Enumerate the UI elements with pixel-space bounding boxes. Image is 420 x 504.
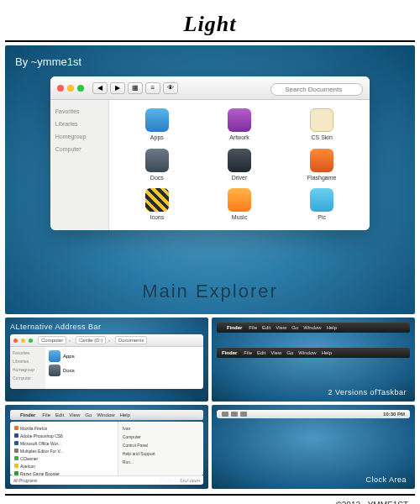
program-item[interactable]: Razer Game Booster [13,470,115,475]
startmenu-programs: Mozilla Firefox Adobe Photoshop CS6 Micr… [10,422,118,475]
mini-titlebar: Computer › Cecile (D:) › Documents [10,334,203,347]
folder-icons[interactable]: Icons [118,188,197,222]
menu-item[interactable]: Window [303,325,321,330]
pic-icon [310,188,333,212]
menu-item[interactable]: Go [286,350,293,355]
menu-item[interactable]: Finder [227,325,242,330]
close-icon[interactable] [13,339,18,343]
menu-item[interactable]: File [249,325,257,330]
menu-item[interactable]: Finder [20,412,35,417]
sidebar-item[interactable]: Homegroup [54,130,105,143]
menu-item[interactable]: File [42,412,50,417]
menu-item[interactable]: Window [298,350,316,355]
menu-item[interactable]: File [244,350,252,355]
driver-icon [228,149,251,172]
apps-icon [145,108,169,132]
place-item[interactable]: Help and Support [121,449,201,458]
clock-bar: 10:30 PM [217,410,410,418]
footer-copyright: ©2013 ~YMME1ST [5,494,415,504]
panel-addressbar: ALternative Address Bar Computer › Cecil… [5,318,208,402]
place-item[interactable]: Ivan [121,424,201,433]
search-input[interactable] [270,83,363,96]
sidebar-item[interactable]: Libraries [12,357,44,365]
theme-title-bar: Light [5,5,415,42]
menu-item[interactable]: Edit [257,350,265,355]
minimize-icon[interactable] [67,85,74,92]
tray-icon[interactable] [231,412,238,417]
breadcrumb[interactable]: Computer [38,336,66,344]
panel-title: Start Menu [159,475,200,484]
sidebar-item[interactable]: Libraries [54,118,105,130]
menu-item[interactable]: View [270,350,281,355]
maximize-icon[interactable] [77,85,84,92]
view-button[interactable]: ▦ [128,82,143,94]
program-item[interactable]: Mozilla Firefox [13,424,115,432]
panel-taskbar: Finder File Edit View Go Window Help Fin… [212,318,415,402]
docs-icon [145,149,169,172]
panel-clock: 10:30 PM Clock Area [212,405,415,489]
folder-artwork[interactable]: Artwork [200,108,279,142]
menu-item[interactable]: View [69,412,80,417]
sidebar-item[interactable]: Favorites [54,105,105,118]
menu-item[interactable]: Window [97,412,114,417]
all-programs[interactable]: All Programs [13,478,38,483]
panel-title: Clock Area [365,475,407,484]
program-item[interactable]: Microsoft Office Wor... [13,439,115,447]
program-item[interactable]: AveIcon [13,462,115,470]
maximize-icon[interactable] [29,339,33,343]
window-titlebar: ◀ ▶ ▦ ≡ 👁 [50,76,370,100]
taskbar-dark-2: Finder File Edit View Go Window Help [217,348,410,358]
folder-docs[interactable]: Docs [49,365,200,376]
program-item[interactable]: Adobe Photoshop CS6 [13,432,115,439]
folder-csskin[interactable]: CS Skin [282,108,361,142]
menu-item[interactable]: Help [120,412,130,417]
menu-item[interactable]: Help [322,350,332,355]
menu-item[interactable]: View [276,325,286,330]
menu-item[interactable]: Finder [222,350,237,355]
music-icon [228,188,251,212]
action-button[interactable]: 👁 [163,82,178,94]
tray-icon[interactable] [240,412,247,417]
csskin-icon [310,108,333,132]
sidebar-item[interactable]: Computer [54,143,105,155]
place-item[interactable]: Control Panel [121,441,201,449]
sidebar-item[interactable]: Homegroup [12,365,44,374]
place-item[interactable]: Computer [121,433,201,441]
sidebar-item[interactable]: Favorites [12,349,44,357]
panel-title: ALternative Address Bar [10,323,203,331]
menu-item[interactable]: Go [291,325,298,330]
program-item[interactable]: CCleaner [13,454,115,462]
menu-item[interactable]: Go [85,412,92,417]
program-item[interactable]: Multiples Editor For V... [13,447,115,454]
breadcrumb[interactable]: Cecile (D:) [76,336,106,344]
folder-flashgame[interactable]: Flashgame [282,149,361,182]
folder-driver[interactable]: Driver [200,149,279,182]
panel-title: 2 Versions ofTaskbar [328,388,407,396]
menu-item[interactable]: Edit [55,412,64,417]
artwork-icon [228,108,251,132]
tray-icon[interactable] [222,412,228,417]
nav-buttons: ◀ ▶ ▦ ≡ 👁 [92,82,178,94]
breadcrumb[interactable]: Documents [115,336,147,344]
close-icon[interactable] [57,85,64,92]
folder-docs[interactable]: Docs [118,149,197,182]
menu-item[interactable]: Edit [262,325,270,330]
panel-startmenu: Finder File Edit View Go Window Help Moz… [5,405,208,489]
forward-button[interactable]: ▶ [110,82,125,94]
minimize-icon[interactable] [21,339,25,343]
byline: By ~ymme1st [15,55,405,68]
folder-apps[interactable]: Apps [118,108,197,142]
clock-time[interactable]: 10:30 PM [383,412,405,417]
list-button[interactable]: ≡ [145,82,160,94]
sidebar-item[interactable]: Computer [12,374,44,382]
flashgame-icon [310,149,333,172]
back-button[interactable]: ◀ [92,82,108,94]
folder-pic[interactable]: Pic [282,188,361,222]
menu-item[interactable]: Help [327,325,337,330]
folder-apps[interactable]: Apps [49,350,200,362]
place-item[interactable]: Run... [121,458,201,466]
docs-icon [49,365,60,376]
traffic-lights [57,85,84,92]
folder-music[interactable]: Music [200,188,279,222]
taskbar-dark-1: Finder File Edit View Go Window Help [217,323,410,333]
